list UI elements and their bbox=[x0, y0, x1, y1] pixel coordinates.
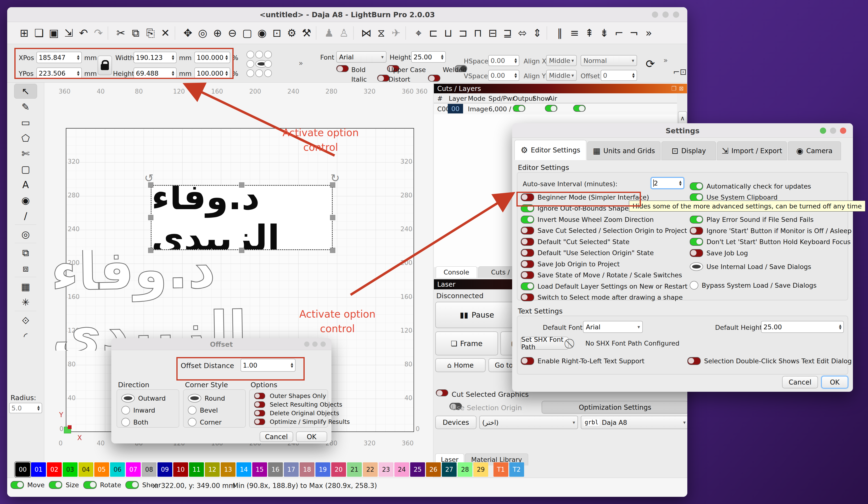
selection-handle[interactable] bbox=[148, 248, 153, 253]
setting-toggle[interactable] bbox=[521, 282, 534, 290]
setting-toggle[interactable] bbox=[521, 238, 534, 246]
autosave-field[interactable]: 2▲▼ bbox=[651, 177, 684, 189]
internal-dialogs-radio[interactable] bbox=[690, 262, 703, 271]
polygon-tool-icon[interactable]: ⬠ bbox=[17, 131, 34, 145]
setting-toggle[interactable] bbox=[690, 238, 703, 246]
setting-toggle[interactable] bbox=[690, 249, 703, 257]
setting-row[interactable]: Invert Mouse Wheel Zoom Direction bbox=[521, 214, 654, 225]
default-font-select[interactable]: Arial▾ bbox=[583, 321, 643, 333]
layer-color-chip[interactable]: 00 bbox=[448, 104, 463, 113]
grid-array-tool-icon[interactable]: ▦ bbox=[17, 279, 34, 294]
distribute-horizontal-icon[interactable]: ⬄ bbox=[515, 25, 530, 41]
statusbar-toggle-row[interactable]: Rotate bbox=[83, 480, 121, 490]
panel-close-icon[interactable]: ⊠ bbox=[679, 85, 684, 92]
sync-icon[interactable]: ⟳ bbox=[646, 58, 655, 70]
offset-zoom-button[interactable] bbox=[320, 341, 326, 347]
direction-radio[interactable] bbox=[121, 394, 135, 402]
settings-tab-import-export[interactable]: ⇲Import / Export bbox=[717, 142, 787, 160]
anchor-dot[interactable] bbox=[255, 69, 263, 77]
shx-path-button[interactable]: Set SHX Font Path bbox=[521, 337, 569, 350]
settings-ok-button[interactable]: OK bbox=[822, 376, 848, 388]
setting-row[interactable]: Default "Cut Selected" State bbox=[521, 237, 629, 247]
anchor-dot[interactable] bbox=[264, 60, 272, 68]
setting-row[interactable]: Ignore 'Start' Button if Monitor is Off … bbox=[690, 226, 851, 236]
palette-swatch-12[interactable]: 12 bbox=[205, 462, 220, 477]
selection-handle[interactable] bbox=[239, 248, 244, 253]
direction-option[interactable]: Outward bbox=[121, 393, 166, 403]
pause-button[interactable]: ▮▮Pause bbox=[435, 302, 519, 328]
setting-toggle[interactable] bbox=[690, 182, 703, 190]
palette-swatch-14[interactable]: 14 bbox=[236, 462, 251, 477]
settings-titlebar[interactable]: Settings bbox=[512, 123, 853, 137]
node-edit-tool-icon[interactable]: ✄ bbox=[17, 146, 34, 161]
hspace-field[interactable]: 0.00▲▼ bbox=[488, 55, 519, 66]
setting-row[interactable]: Load Default Layer Settings on New or Re… bbox=[521, 281, 688, 291]
offset-option-toggle[interactable] bbox=[254, 392, 265, 399]
vspace-field[interactable]: 0.00▲▼ bbox=[488, 70, 519, 81]
optimization-settings-button[interactable]: Optimization Settings bbox=[541, 401, 687, 414]
output-toggle[interactable] bbox=[513, 105, 525, 112]
palette-swatch-T1[interactable]: T1 bbox=[494, 462, 508, 477]
palette-swatch-13[interactable]: 13 bbox=[221, 462, 236, 477]
open-file-icon[interactable]: ❏ bbox=[32, 25, 46, 41]
offset-option-toggle[interactable] bbox=[254, 410, 265, 416]
flip-horizontal-icon[interactable]: ⋈ bbox=[359, 25, 374, 41]
setting-toggle[interactable] bbox=[521, 271, 534, 279]
dblclick-toggle[interactable] bbox=[687, 357, 701, 365]
selection-handle[interactable] bbox=[330, 248, 335, 253]
selection-handle[interactable] bbox=[148, 182, 153, 188]
setting-toggle[interactable] bbox=[521, 260, 534, 268]
home-button[interactable]: ⌂Home bbox=[435, 358, 486, 372]
move-to-origin-icon[interactable]: ⌖ bbox=[411, 25, 426, 41]
settings-tab-units-and-grids[interactable]: ▦Units and Grids bbox=[587, 142, 661, 160]
palette-swatch-11[interactable]: 11 bbox=[189, 462, 204, 477]
default-height-field[interactable]: 25.00▲▼ bbox=[761, 321, 844, 333]
paste-icon[interactable]: ⎘ bbox=[143, 25, 158, 41]
zoom-to-page-icon[interactable]: ◎ bbox=[195, 25, 210, 41]
anchor-dot[interactable] bbox=[255, 51, 263, 59]
offset-shapes-tool-icon[interactable]: ⟐ bbox=[17, 313, 34, 328]
title-bar[interactable]: <untitled> - Daja A8 - LightBurn Pro 2.0… bbox=[7, 7, 687, 22]
lock-aspect-button[interactable] bbox=[97, 55, 112, 75]
palette-swatch-19[interactable]: 19 bbox=[316, 462, 330, 477]
size-toggle[interactable] bbox=[49, 481, 62, 489]
machine-select[interactable]: grbl Daja A8▾ bbox=[581, 416, 687, 429]
frame-selection-icon[interactable]: ▢ bbox=[240, 25, 255, 41]
delete-icon[interactable]: ✕ bbox=[158, 25, 173, 41]
bypass-dialogs-radio[interactable] bbox=[690, 281, 698, 290]
shrink-spacing-icon[interactable]: ⇟ bbox=[597, 25, 612, 41]
air-toggle[interactable] bbox=[573, 105, 586, 112]
anchor-point-selector[interactable] bbox=[247, 51, 271, 77]
selected-artwork[interactable]: د.وفاء الزبيدي bbox=[151, 185, 333, 250]
measure-tool-icon[interactable]: ∕ bbox=[17, 209, 34, 223]
direction-option[interactable]: Inward bbox=[121, 405, 155, 415]
palette-swatch-24[interactable]: 24 bbox=[394, 462, 409, 477]
anchor-dot[interactable] bbox=[264, 51, 272, 59]
setting-toggle[interactable] bbox=[521, 294, 534, 301]
palette-swatch-07[interactable]: 07 bbox=[126, 462, 141, 477]
offset-artwork[interactable]: د.وفاء الزبيدي bbox=[51, 250, 334, 351]
palette-swatch-06[interactable]: 06 bbox=[110, 462, 125, 477]
send-file-icon[interactable]: ✈ bbox=[389, 25, 403, 41]
settings-tab-display[interactable]: ⊡Display bbox=[661, 142, 716, 160]
offset-option[interactable]: Optimize / Simplify Results bbox=[253, 418, 350, 426]
palette-swatch-22[interactable]: 22 bbox=[363, 462, 378, 477]
anchor-dot[interactable] bbox=[247, 51, 254, 59]
bypass-dialogs-radio-row[interactable]: Bypass System Load / Save Dialogs bbox=[690, 280, 817, 290]
rectangle-tool-icon[interactable]: ▭ bbox=[17, 115, 34, 130]
rtl-toggle[interactable] bbox=[521, 357, 534, 365]
distort-toggle[interactable] bbox=[428, 75, 440, 82]
align-bottom-icon[interactable]: ⊒ bbox=[500, 25, 515, 41]
params-overflow-icon[interactable]: » bbox=[299, 59, 303, 67]
palette-swatch-00[interactable]: 00 bbox=[15, 462, 30, 477]
height-percent-field[interactable]: 100.000▲▼ bbox=[194, 68, 230, 79]
weld-shapes-tool-icon[interactable]: ⧉ bbox=[17, 246, 34, 260]
preview-window-icon[interactable]: ⊡ bbox=[269, 25, 284, 41]
selection-handle[interactable] bbox=[239, 182, 244, 188]
palette-swatch-29[interactable]: 29 bbox=[473, 462, 488, 477]
radius-field[interactable]: 5.0▲▼ bbox=[9, 403, 42, 413]
palette-swatch-25[interactable]: 25 bbox=[410, 462, 425, 477]
palette-swatch-18[interactable]: 18 bbox=[300, 462, 314, 477]
new-file-icon[interactable]: ⊞ bbox=[17, 25, 32, 41]
settings-zoom-button[interactable] bbox=[830, 127, 836, 134]
